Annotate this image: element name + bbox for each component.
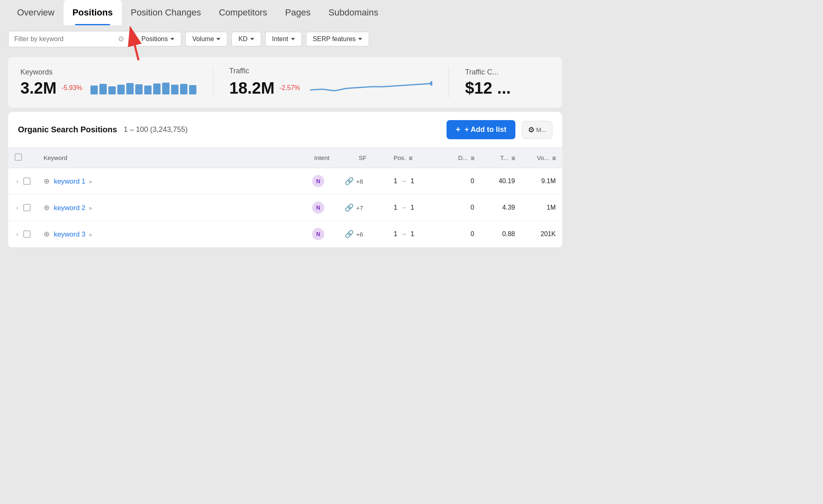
pos-from: 1 [394,230,397,238]
row-vo: 201K [522,221,562,248]
row-pos: 1 → 1 [387,168,448,195]
keyword-link[interactable]: keyword 1 [54,177,85,185]
tab-positions[interactable]: Positions [64,0,122,25]
expand-button[interactable]: › [15,229,20,239]
volume-filter-button[interactable]: Volume [185,32,227,46]
search-icon: ⚙ [118,35,124,44]
row-vo: 1M [522,195,562,221]
sf-count: +8 [356,178,363,185]
positions-filter-button[interactable]: Positions [134,32,181,46]
serp-filter-button[interactable]: SERP features [306,32,370,46]
stats-section: Keywords 3.2M -5.93% [8,57,562,108]
keywords-change: -5.93% [62,84,82,92]
col-header-intent: Intent [306,148,338,168]
chevron-down-icon [170,38,174,40]
col-header-sf: SF [338,148,387,168]
arrow-right-icon: → [400,177,407,185]
row-intent: N [306,195,338,221]
row-keyword: ⊕ keyword 2 » [37,195,306,221]
row-keyword: ⊕ keyword 3 » [37,221,306,248]
tab-position-changes[interactable]: Position Changes [122,0,210,25]
row-d: 0 [448,195,481,221]
select-all-checkbox[interactable] [15,153,22,161]
traffic-label: Traffic [229,67,432,75]
traffic-cost-value: $12 [465,79,493,97]
table-row: › ⊕ keyword 2 » N 🔗 +7 1 → [8,195,562,221]
pos-to: 1 [410,177,414,185]
tab-pages[interactable]: Pages [276,0,319,25]
intent-badge: N [312,175,324,187]
traffic-cost-stat: Traffic C... $12 ... [449,68,550,97]
add-to-list-button[interactable]: + + Add to list [447,120,515,139]
row-checkbox[interactable] [23,230,31,238]
keyword-link[interactable]: keyword 2 [54,204,85,212]
row-t: 4.39 [481,195,522,221]
sort-icon-vo [552,157,556,160]
row-checkbox[interactable] [23,204,31,211]
filter-bar: ⚙ Positions Volume KD Intent SERP featur… [0,25,570,53]
pos-from: 1 [394,177,397,185]
intent-badge: N [312,228,324,240]
row-checkbox[interactable] [23,177,31,185]
chevron-down-icon [250,38,254,40]
kd-filter-button[interactable]: KD [231,32,261,46]
row-intent: N [306,221,338,248]
keywords-value: 3.2M [20,79,57,97]
keywords-label: Keywords [20,68,196,77]
tab-competitors[interactable]: Competitors [210,0,276,25]
traffic-stat: Traffic 18.2M -2.57% [213,67,449,98]
row-keyword: ⊕ keyword 1 » [37,168,306,195]
external-link-icon: » [89,205,92,211]
col-header-d[interactable]: D... [448,148,481,168]
keyword-link[interactable]: keyword 3 [54,230,85,238]
sort-icon-d [471,157,474,160]
sf-count: +7 [356,204,363,211]
add-to-keyword-icon: ⊕ [44,177,50,185]
row-sf: 🔗 +6 [338,221,387,248]
keyword-filter-input[interactable] [14,35,114,43]
traffic-value: 18.2M [229,79,275,97]
tab-subdomains[interactable]: Subdomains [319,0,387,25]
row-pos: 1 → 1 [387,195,448,221]
external-link-icon: » [89,178,92,185]
traffic-cost-label: Traffic C... [465,68,550,77]
sort-icon-t [512,157,515,160]
row-expand-check: › [8,168,37,194]
row-intent: N [306,168,338,195]
external-link-icon: » [89,231,92,238]
intent-filter-button[interactable]: Intent [265,32,302,46]
col-header-pos[interactable]: Pos. [387,148,448,168]
table-title: Organic Search Positions [18,125,117,134]
add-to-keyword-icon: ⊕ [44,230,50,238]
tab-overview[interactable]: Overview [8,0,64,25]
settings-button[interactable]: ⚙ M... [522,121,552,139]
link-icon: 🔗 [345,203,354,212]
link-icon: 🔗 [345,177,354,186]
pos-from: 1 [394,204,397,212]
row-pos: 1 → 1 [387,221,448,248]
traffic-line-chart [310,78,432,98]
expand-button[interactable]: › [15,176,20,186]
row-d: 0 [448,221,481,248]
row-vo: 9.1M [522,168,562,195]
svg-point-2 [430,81,432,86]
row-sf: 🔗 +7 [338,195,387,221]
row-t: 40.19 [481,168,522,195]
table-row: › ⊕ keyword 3 » N 🔗 +6 1 → [8,221,562,248]
col-header-vo[interactable]: Vo... [522,148,562,168]
add-to-keyword-icon: ⊕ [44,204,50,212]
arrow-right-icon: → [400,230,407,238]
sf-count: +6 [356,231,363,238]
keywords-bar-chart [90,81,196,94]
positions-table: Keyword Intent SF Pos. [8,148,562,248]
chevron-down-icon [358,38,362,40]
keyword-filter-wrapper[interactable]: ⚙ [8,31,130,47]
table-header-bar: Organic Search Positions 1 – 100 (3,243,… [8,112,562,148]
expand-button[interactable]: › [15,203,20,213]
link-icon: 🔗 [345,230,354,239]
traffic-change: -2.57% [279,84,300,92]
row-sf: 🔗 +8 [338,168,387,195]
col-header-t[interactable]: T... [481,148,522,168]
gear-icon: ⚙ [528,125,535,134]
table-row: › ⊕ keyword 1 » N 🔗 +8 1 → [8,168,562,195]
